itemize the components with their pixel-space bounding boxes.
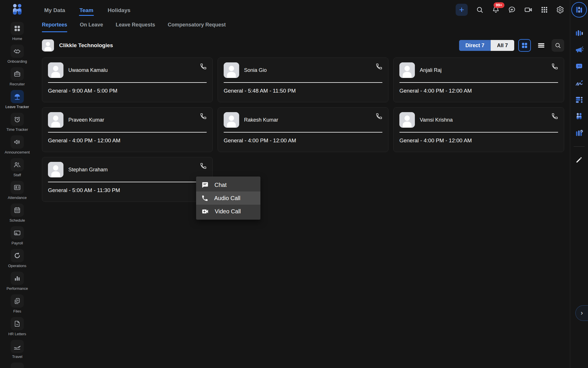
sidebar-item-attendance[interactable]: Attendance: [8, 181, 27, 200]
employee-name: Anjali Raj: [420, 67, 442, 73]
topbar: My DataTeamHolidays + 99+: [34, 0, 570, 20]
sidebar-item-recruiter[interactable]: Recruiter: [10, 67, 25, 86]
sidebar-item-onboarding[interactable]: Onboarding: [7, 45, 27, 64]
sidebar-item-operations[interactable]: Operations: [8, 249, 26, 268]
employee-avatar: [399, 62, 415, 78]
context-menu-item-video-call[interactable]: Video Call: [196, 205, 260, 218]
megaphone-icon[interactable]: [575, 45, 584, 54]
ellipsis-icon: [11, 363, 24, 368]
card-header: Anjali Raj: [399, 62, 558, 78]
subtab-on-leave[interactable]: On Leave: [80, 22, 103, 32]
sidebar-item-label: HR Letters: [8, 332, 26, 336]
app-root: HomeOnboardingRecruiterLeave TrackerTime…: [0, 0, 588, 368]
video-call-icon[interactable]: [524, 5, 533, 14]
sidebar-item-schedule[interactable]: Schedule: [9, 204, 25, 223]
task-list-icon[interactable]: [575, 95, 584, 104]
company-name: Clikkle Technologies: [59, 42, 113, 49]
reportee-card: Uwaoma KamaluGeneral - 9:00 AM - 5:00 PM: [42, 57, 213, 102]
phone-outline-icon[interactable]: [376, 63, 382, 71]
company-row: Clikkle Technologies Direct 7 All 7: [42, 39, 564, 52]
sidebar-item-time-tracker[interactable]: Time Tracker: [6, 113, 28, 132]
people-logo-icon[interactable]: [575, 112, 584, 121]
umbrella-icon: [11, 90, 24, 103]
context-menu-item-audio-call[interactable]: Audio Call: [196, 191, 260, 205]
card-divider: [399, 132, 558, 133]
signature-icon[interactable]: [575, 78, 584, 88]
employee-name: Vamsi Krishna: [420, 117, 453, 123]
phone-outline-icon[interactable]: [551, 63, 558, 71]
sidebar-item-files[interactable]: Files: [11, 294, 24, 313]
subtab-leave-requests[interactable]: Leave Requests: [116, 22, 155, 32]
sidebar-item-label: Schedule: [9, 218, 25, 223]
phone-outline-icon[interactable]: [551, 113, 558, 121]
view-controls: Direct 7 All 7: [459, 39, 564, 52]
chart-check-icon[interactable]: [575, 129, 584, 138]
apps-grid-icon[interactable]: [541, 6, 548, 14]
people-icon: [11, 158, 24, 171]
topbar-tab-my-data[interactable]: My Data: [44, 1, 66, 19]
sidebar-item-leave-tracker[interactable]: Leave Tracker: [5, 90, 29, 109]
sidebar-item-travel[interactable]: Travel: [11, 340, 24, 359]
handshake-icon: [11, 45, 24, 58]
subtabs: ReporteesOn LeaveLeave RequestsCompensat…: [42, 22, 564, 32]
context-menu-item-chat[interactable]: Chat: [196, 178, 260, 191]
phone-outline-icon[interactable]: [200, 162, 207, 170]
right-rail: ›: [570, 0, 588, 368]
clikkle-people-logo-icon[interactable]: [9, 2, 25, 17]
context-menu-label: Chat: [214, 182, 227, 188]
topbar-tab-holidays[interactable]: Holidays: [107, 1, 131, 19]
phone-filled-icon: [201, 195, 208, 202]
sidebar-item-announcement[interactable]: Announcement: [5, 135, 30, 154]
sidebar-item-label: Staff: [13, 173, 21, 177]
phone-outline-icon[interactable]: [376, 113, 382, 121]
employee-shift: General - 5:00 AM - 11:30 PM: [48, 187, 207, 193]
expand-panel-chevron-right-icon[interactable]: ›: [575, 305, 588, 321]
grid-view-button[interactable]: [518, 39, 531, 52]
sidebar-item-label: Home: [12, 37, 22, 41]
plane-icon: [11, 340, 24, 353]
employee-name: Stephan Graham: [68, 167, 108, 173]
sidebar-item-label: Operations: [8, 264, 26, 268]
search-icon[interactable]: [476, 6, 484, 14]
settings-gear-icon[interactable]: [556, 6, 564, 14]
card-divider: [48, 82, 207, 83]
phone-outline-icon[interactable]: [200, 113, 207, 121]
topbar-tab-team[interactable]: Team: [79, 1, 94, 19]
sidebar-item-hr-letters[interactable]: HR Letters: [8, 317, 26, 336]
direct-filter-button[interactable]: Direct 7: [459, 40, 491, 51]
topbar-tabs: My DataTeamHolidays: [44, 0, 131, 20]
topbar-actions: + 99+: [456, 4, 564, 16]
sidebar-item-performance[interactable]: Performance: [7, 272, 28, 291]
chat-bot-icon[interactable]: [575, 62, 584, 71]
employee-search-button[interactable]: [552, 39, 564, 52]
reportee-card: Praveen KumarGeneral - 4:00 PM - 12:00 A…: [42, 107, 213, 152]
employee-avatar: [48, 62, 63, 78]
subtab-compensatory-request[interactable]: Compensatory Request: [168, 22, 226, 32]
add-button[interactable]: +: [456, 4, 468, 16]
list-view-button[interactable]: [535, 39, 548, 52]
context-menu-label: Audio Call: [214, 195, 240, 202]
main-content: ReporteesOn LeaveLeave RequestsCompensat…: [34, 20, 570, 368]
chat-icon[interactable]: [508, 6, 516, 14]
sidebar-item-more[interactable]: More: [11, 363, 24, 368]
sidebar-item-home[interactable]: Home: [11, 22, 24, 41]
context-menu-label: Video Call: [215, 208, 241, 215]
reportee-card: Stephan GrahamGeneral - 5:00 AM - 11:30 …: [42, 157, 213, 202]
sidebar-item-payroll[interactable]: Payroll: [11, 226, 24, 245]
rail-divider: [574, 146, 585, 147]
subtab-reportees[interactable]: Reportees: [42, 22, 67, 32]
sidebar-item-staff[interactable]: Staff: [11, 158, 24, 177]
employee-name: Rakesh Kumar: [244, 117, 278, 123]
calendar-icon: [11, 204, 24, 217]
notification-badge: 99+: [494, 2, 504, 8]
all-filter-button[interactable]: All 7: [491, 40, 514, 51]
phone-outline-icon[interactable]: [200, 63, 207, 71]
pencil-icon[interactable]: [575, 155, 584, 164]
notifications-bell-icon[interactable]: 99+: [492, 6, 500, 14]
id-card-icon: [11, 181, 24, 194]
stats-bars-icon[interactable]: [575, 28, 584, 38]
document-icon: [11, 317, 24, 330]
sidebar-item-label: Announcement: [5, 150, 30, 154]
user-avatar[interactable]: [571, 2, 587, 18]
sidebar-item-label: Files: [13, 309, 21, 313]
